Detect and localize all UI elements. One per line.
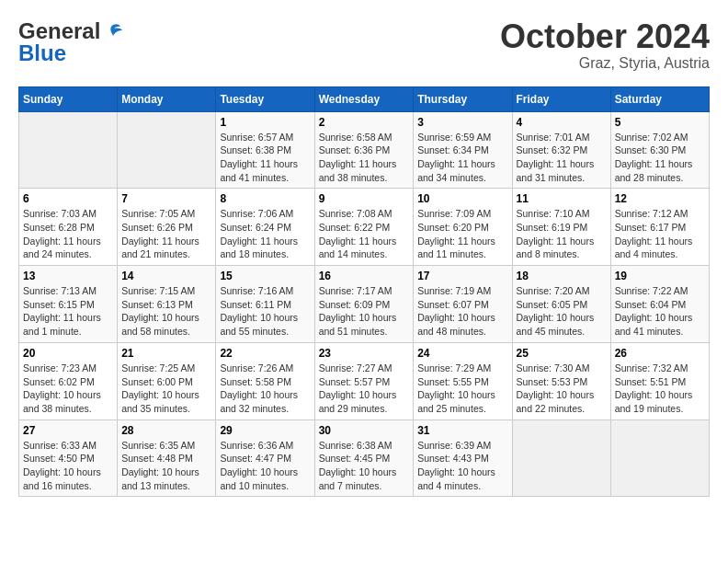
logo-bird-icon — [102, 23, 122, 40]
day-number: 25 — [517, 347, 607, 360]
calendar-week-row: 13Sunrise: 7:13 AMSunset: 6:15 PMDayligh… — [19, 266, 710, 343]
calendar-cell: 19Sunrise: 7:22 AMSunset: 6:04 PMDayligh… — [610, 266, 709, 343]
day-detail: Sunrise: 7:19 AMSunset: 6:07 PMDaylight:… — [417, 284, 507, 339]
day-detail: Sunrise: 6:59 AMSunset: 6:34 PMDaylight:… — [417, 131, 507, 185]
logo-blue: Blue — [18, 40, 66, 66]
day-detail: Sunrise: 6:38 AMSunset: 4:45 PMDaylight:… — [319, 439, 410, 493]
day-number: 10 — [417, 192, 507, 205]
day-detail: Sunrise: 7:20 AMSunset: 6:05 PMDaylight:… — [517, 284, 607, 339]
calendar-cell: 28Sunrise: 6:35 AMSunset: 4:48 PMDayligh… — [118, 419, 216, 497]
day-detail: Sunrise: 7:16 AMSunset: 6:11 PMDaylight:… — [220, 284, 310, 339]
calendar-cell — [19, 111, 118, 189]
day-detail: Sunrise: 7:05 AMSunset: 6:26 PMDaylight:… — [121, 207, 211, 261]
day-detail: Sunrise: 7:08 AMSunset: 6:22 PMDaylight:… — [319, 207, 410, 261]
calendar-cell: 25Sunrise: 7:30 AMSunset: 5:53 PMDayligh… — [512, 342, 610, 419]
day-number: 21 — [121, 347, 211, 360]
day-detail: Sunrise: 7:30 AMSunset: 5:53 PMDaylight:… — [517, 362, 607, 416]
day-detail: Sunrise: 6:33 AMSunset: 4:50 PMDaylight:… — [23, 439, 113, 493]
calendar-cell: 27Sunrise: 6:33 AMSunset: 4:50 PMDayligh… — [19, 419, 118, 497]
calendar-cell: 20Sunrise: 7:23 AMSunset: 6:02 PMDayligh… — [19, 342, 118, 419]
weekday-header: Wednesday — [314, 86, 414, 111]
calendar-cell: 2Sunrise: 6:58 AMSunset: 6:36 PMDaylight… — [314, 111, 414, 189]
calendar-week-row: 20Sunrise: 7:23 AMSunset: 6:02 PMDayligh… — [19, 342, 710, 419]
day-number: 19 — [615, 270, 705, 282]
calendar-week-row: 6Sunrise: 7:03 AMSunset: 6:28 PMDaylight… — [19, 189, 710, 266]
day-detail: Sunrise: 7:06 AMSunset: 6:24 PMDaylight:… — [220, 207, 310, 261]
day-number: 23 — [319, 347, 410, 360]
calendar-week-row: 1Sunrise: 6:57 AMSunset: 6:38 PMDaylight… — [19, 111, 710, 189]
calendar-cell: 18Sunrise: 7:20 AMSunset: 6:05 PMDayligh… — [512, 266, 610, 343]
calendar-cell: 12Sunrise: 7:12 AMSunset: 6:17 PMDayligh… — [610, 189, 709, 266]
day-number: 14 — [121, 270, 211, 282]
calendar-cell: 3Sunrise: 6:59 AMSunset: 6:34 PMDaylight… — [414, 111, 512, 189]
day-detail: Sunrise: 6:36 AMSunset: 4:47 PMDaylight:… — [220, 439, 310, 493]
day-detail: Sunrise: 7:15 AMSunset: 6:13 PMDaylight:… — [121, 284, 211, 339]
calendar-cell: 5Sunrise: 7:02 AMSunset: 6:30 PMDaylight… — [610, 111, 709, 189]
logo: General Blue — [18, 18, 122, 66]
day-number: 12 — [615, 192, 705, 205]
calendar-table: SundayMondayTuesdayWednesdayThursdayFrid… — [18, 86, 710, 498]
month-title: October 2024 — [500, 18, 710, 55]
day-number: 22 — [220, 347, 310, 360]
calendar-cell: 26Sunrise: 7:32 AMSunset: 5:51 PMDayligh… — [610, 342, 709, 419]
day-detail: Sunrise: 7:12 AMSunset: 6:17 PMDaylight:… — [615, 207, 705, 261]
weekday-header-row: SundayMondayTuesdayWednesdayThursdayFrid… — [19, 86, 710, 111]
weekday-header: Monday — [118, 86, 216, 111]
day-number: 17 — [417, 270, 507, 282]
day-number: 16 — [319, 270, 410, 282]
calendar-cell: 23Sunrise: 7:27 AMSunset: 5:57 PMDayligh… — [314, 342, 414, 419]
day-detail: Sunrise: 7:17 AMSunset: 6:09 PMDaylight:… — [319, 284, 410, 339]
day-detail: Sunrise: 7:27 AMSunset: 5:57 PMDaylight:… — [319, 362, 410, 416]
day-number: 28 — [121, 424, 211, 437]
weekday-header: Sunday — [19, 86, 118, 111]
day-number: 20 — [23, 347, 113, 360]
day-number: 1 — [220, 116, 310, 129]
day-number: 2 — [319, 116, 410, 129]
day-number: 18 — [517, 270, 607, 282]
day-number: 9 — [319, 192, 410, 205]
calendar-cell — [512, 419, 610, 497]
day-number: 5 — [615, 116, 705, 129]
weekday-header: Saturday — [610, 86, 709, 111]
calendar-cell: 15Sunrise: 7:16 AMSunset: 6:11 PMDayligh… — [216, 266, 314, 343]
day-number: 7 — [121, 192, 211, 205]
day-number: 24 — [417, 347, 507, 360]
day-detail: Sunrise: 7:32 AMSunset: 5:51 PMDaylight:… — [615, 362, 705, 416]
day-number: 13 — [23, 270, 113, 282]
day-detail: Sunrise: 7:10 AMSunset: 6:19 PMDaylight:… — [517, 207, 607, 261]
day-detail: Sunrise: 7:22 AMSunset: 6:04 PMDaylight:… — [615, 284, 705, 339]
day-number: 31 — [417, 424, 507, 437]
day-number: 15 — [220, 270, 310, 282]
day-number: 6 — [23, 192, 113, 205]
day-number: 4 — [517, 116, 607, 129]
calendar-cell: 7Sunrise: 7:05 AMSunset: 6:26 PMDaylight… — [118, 189, 216, 266]
calendar-cell: 17Sunrise: 7:19 AMSunset: 6:07 PMDayligh… — [414, 266, 512, 343]
day-number: 8 — [220, 192, 310, 205]
page-header: General Blue October 2024 Graz, Styria, … — [18, 18, 710, 72]
day-detail: Sunrise: 7:13 AMSunset: 6:15 PMDaylight:… — [23, 284, 113, 339]
day-detail: Sunrise: 7:23 AMSunset: 6:02 PMDaylight:… — [23, 362, 113, 416]
calendar-week-row: 27Sunrise: 6:33 AMSunset: 4:50 PMDayligh… — [19, 419, 710, 497]
calendar-cell: 22Sunrise: 7:26 AMSunset: 5:58 PMDayligh… — [216, 342, 314, 419]
calendar-cell — [610, 419, 709, 497]
day-number: 26 — [615, 347, 705, 360]
calendar-cell: 16Sunrise: 7:17 AMSunset: 6:09 PMDayligh… — [314, 266, 414, 343]
weekday-header: Tuesday — [216, 86, 314, 111]
day-number: 11 — [517, 192, 607, 205]
calendar-cell: 30Sunrise: 6:38 AMSunset: 4:45 PMDayligh… — [314, 419, 414, 497]
calendar-cell: 1Sunrise: 6:57 AMSunset: 6:38 PMDaylight… — [216, 111, 314, 189]
day-number: 3 — [417, 116, 507, 129]
day-detail: Sunrise: 7:29 AMSunset: 5:55 PMDaylight:… — [417, 362, 507, 416]
title-block: October 2024 Graz, Styria, Austria — [500, 18, 710, 72]
day-detail: Sunrise: 7:25 AMSunset: 6:00 PMDaylight:… — [121, 362, 211, 416]
calendar-cell: 21Sunrise: 7:25 AMSunset: 6:00 PMDayligh… — [118, 342, 216, 419]
day-detail: Sunrise: 7:03 AMSunset: 6:28 PMDaylight:… — [23, 207, 113, 261]
calendar-cell: 13Sunrise: 7:13 AMSunset: 6:15 PMDayligh… — [19, 266, 118, 343]
weekday-header: Friday — [512, 86, 610, 111]
calendar-cell: 6Sunrise: 7:03 AMSunset: 6:28 PMDaylight… — [19, 189, 118, 266]
calendar-cell: 9Sunrise: 7:08 AMSunset: 6:22 PMDaylight… — [314, 189, 414, 266]
day-number: 30 — [319, 424, 410, 437]
day-detail: Sunrise: 6:57 AMSunset: 6:38 PMDaylight:… — [220, 131, 310, 185]
calendar-cell — [118, 111, 216, 189]
calendar-cell: 24Sunrise: 7:29 AMSunset: 5:55 PMDayligh… — [414, 342, 512, 419]
